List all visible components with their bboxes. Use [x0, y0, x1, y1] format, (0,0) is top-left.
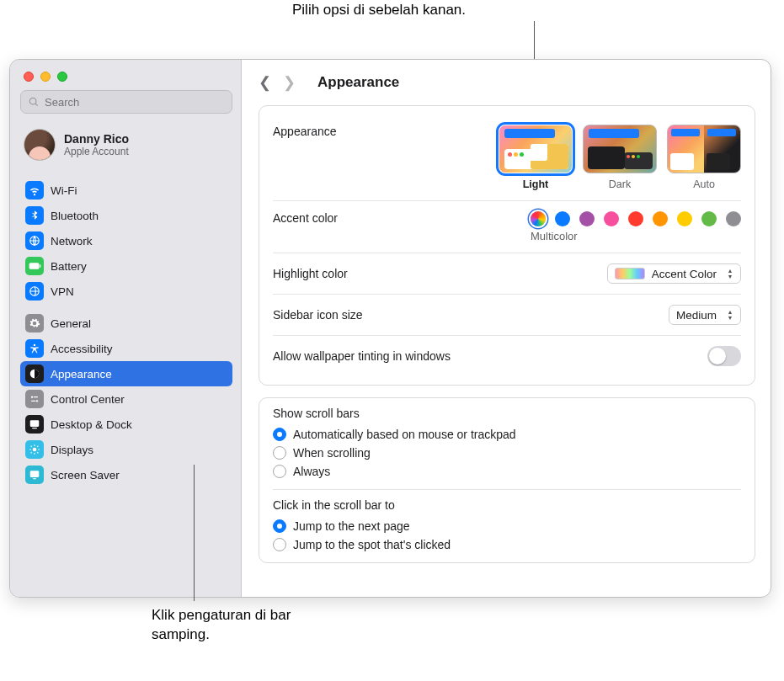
- radio-icon: [273, 538, 286, 551]
- highlight-popup[interactable]: Accent Color ▲▼: [607, 263, 741, 284]
- radio-label: Jump to the spot that's clicked: [293, 538, 451, 551]
- accent-swatch-2[interactable]: [579, 211, 595, 226]
- accent-swatch-5[interactable]: [653, 211, 668, 226]
- updown-icon: ▲▼: [723, 266, 737, 281]
- svg-point-10: [36, 400, 38, 402]
- tinting-label: Allow wallpaper tinting in windows: [273, 349, 451, 363]
- sidebar-item-network[interactable]: Network: [20, 228, 232, 253]
- sidebar-item-label: Displays: [51, 444, 93, 456]
- callout-top: Pilih opsi di sebelah kanan.: [185, 2, 573, 19]
- accent-swatch-3[interactable]: [604, 211, 619, 226]
- theme-light[interactable]: Light: [499, 125, 573, 190]
- theme-picker: Light Dark Auto: [499, 125, 741, 190]
- svg-rect-11: [31, 401, 35, 402]
- scrollbars-option-0[interactable]: Automatically based on mouse or trackpad: [273, 425, 741, 444]
- tinting-switch[interactable]: [707, 346, 741, 366]
- click-scroll-header: Click in the scroll bar to: [273, 498, 741, 512]
- svg-rect-16: [33, 478, 36, 479]
- sidebar-item-vpn[interactable]: VPN: [20, 279, 232, 304]
- svg-rect-13: [32, 428, 37, 428]
- theme-auto-label: Auto: [667, 178, 741, 190]
- accent-swatch-4[interactable]: [628, 211, 643, 226]
- updown-icon: ▲▼: [723, 307, 737, 322]
- search-field[interactable]: [20, 90, 232, 114]
- account-name: Danny Rico: [64, 132, 129, 146]
- svg-rect-3: [29, 263, 39, 269]
- desktop-dock-icon: [25, 415, 44, 434]
- theme-light-thumb: [499, 125, 573, 173]
- sidebar-item-battery[interactable]: Battery: [20, 253, 232, 279]
- highlight-value: Accent Color: [652, 268, 717, 280]
- forward-button[interactable]: ❯: [283, 73, 296, 92]
- battery-icon: [25, 257, 44, 275]
- page-title: Appearance: [317, 74, 399, 91]
- close-icon[interactable]: [24, 72, 34, 82]
- scrollbars-header: Show scroll bars: [273, 407, 741, 420]
- accent-swatch-6[interactable]: [677, 211, 692, 226]
- theme-dark-label: Dark: [583, 178, 657, 190]
- radio-icon: [273, 519, 286, 533]
- sidebar-item-label: Control Center: [51, 393, 125, 406]
- svg-point-8: [31, 396, 33, 398]
- settings-window: Danny Rico Apple Account Wi-FiBluetoothN…: [9, 59, 771, 598]
- radio-icon: [273, 465, 286, 478]
- sidebar-item-label: Accessibility: [51, 343, 113, 355]
- click-scroll-option-0[interactable]: Jump to the next page: [273, 517, 741, 535]
- radio-label: Automatically based on mouse or trackpad: [293, 428, 516, 441]
- account-subtitle: Apple Account: [64, 146, 129, 157]
- sidebar-size-value: Medium: [676, 309, 717, 322]
- accent-swatch-1[interactable]: [555, 211, 570, 226]
- svg-rect-9: [34, 396, 38, 397]
- click-scroll-option-1[interactable]: Jump to the spot that's clicked: [273, 535, 741, 554]
- avatar: [24, 129, 56, 161]
- back-button[interactable]: ❮: [259, 73, 271, 92]
- sidebar-item-displays[interactable]: Displays: [20, 437, 232, 462]
- sidebar-item-label: Appearance: [51, 368, 112, 380]
- accessibility-icon: [25, 339, 44, 358]
- sidebar-item-screen-saver[interactable]: Screen Saver: [20, 462, 232, 487]
- radio-label: Jump to the next page: [293, 519, 410, 533]
- sidebar-size-popup[interactable]: Medium ▲▼: [669, 305, 741, 325]
- svg-point-14: [33, 448, 37, 452]
- callout-bottom: Klik pengaturan di bar samping.: [152, 606, 337, 645]
- theme-light-label: Light: [499, 178, 573, 190]
- sidebar-item-label: Wi-Fi: [51, 184, 77, 197]
- bluetooth-icon: [25, 206, 44, 225]
- search-input[interactable]: [45, 96, 225, 109]
- screen-saver-icon: [25, 466, 44, 484]
- vpn-icon: [25, 282, 44, 301]
- appearance-icon: [25, 364, 44, 383]
- highlight-label: Highlight color: [273, 267, 348, 280]
- apple-account-row[interactable]: Danny Rico Apple Account: [20, 125, 232, 171]
- radio-icon: [273, 446, 286, 460]
- svg-line-1: [35, 104, 38, 106]
- control-center-icon: [25, 390, 44, 408]
- scrollbars-option-2[interactable]: Always: [273, 462, 741, 481]
- sidebar-item-bluetooth[interactable]: Bluetooth: [20, 203, 232, 228]
- sidebar-item-label: Network: [51, 235, 93, 247]
- sidebar-item-wi-fi[interactable]: Wi-Fi: [20, 178, 232, 203]
- theme-auto[interactable]: Auto: [667, 125, 741, 190]
- accent-label: Accent color: [273, 211, 338, 225]
- accent-swatch-8[interactable]: [726, 211, 741, 226]
- sidebar-item-general[interactable]: General: [20, 311, 232, 336]
- sidebar-item-appearance[interactable]: Appearance: [20, 361, 232, 386]
- zoom-icon[interactable]: [57, 72, 67, 82]
- scrollbars-option-1[interactable]: When scrolling: [273, 444, 741, 462]
- sidebar-size-label: Sidebar icon size: [273, 308, 363, 322]
- main-panel: ❮ ❯ Appearance Appearance Light Dark: [242, 60, 771, 597]
- sidebar-nav: Wi-FiBluetoothNetworkBatteryVPN GeneralA…: [20, 171, 232, 487]
- window-controls: [20, 68, 232, 90]
- sidebar-item-accessibility[interactable]: Accessibility: [20, 336, 232, 361]
- search-icon: [28, 96, 40, 108]
- wi-fi-icon: [25, 181, 44, 200]
- displays-icon: [25, 440, 44, 459]
- sidebar-item-desktop-dock[interactable]: Desktop & Dock: [20, 412, 232, 437]
- radio-label: When scrolling: [293, 446, 371, 460]
- accent-swatch-7[interactable]: [701, 211, 717, 226]
- minimize-icon[interactable]: [40, 72, 51, 82]
- theme-dark[interactable]: Dark: [583, 125, 657, 190]
- accent-swatch-0[interactable]: [531, 211, 546, 226]
- svg-point-6: [34, 344, 35, 346]
- sidebar-item-control-center[interactable]: Control Center: [20, 386, 232, 412]
